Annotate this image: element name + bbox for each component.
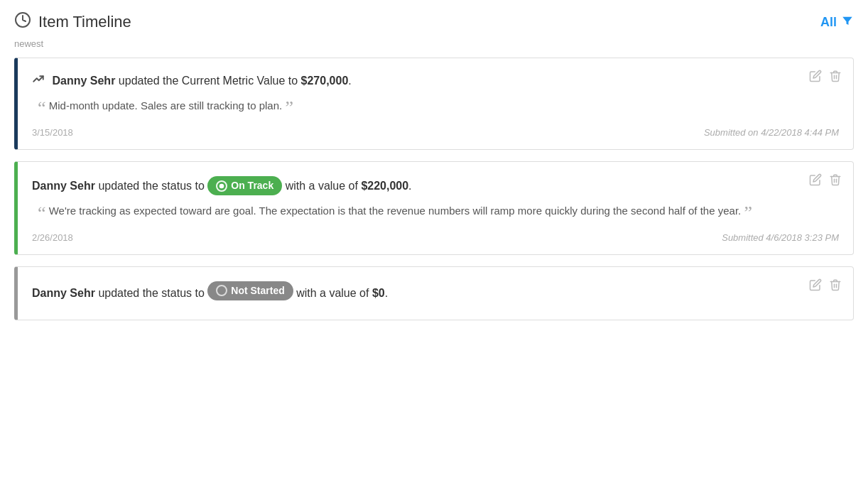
metric-value: $220,000 bbox=[361, 180, 408, 192]
card-submitted: Submitted on 4/22/2018 4:44 PM bbox=[704, 127, 839, 138]
card-main-text: Danny Sehr updated the Current Metric Va… bbox=[32, 72, 839, 90]
card-actions bbox=[809, 278, 842, 295]
action-text: updated the status to bbox=[98, 286, 207, 298]
quote-text: We're tracking as expected toward are go… bbox=[49, 205, 744, 217]
author-name: Danny Sehr bbox=[32, 286, 95, 298]
quote-close: ” bbox=[744, 202, 752, 223]
status-icon bbox=[216, 285, 227, 296]
delete-icon[interactable] bbox=[829, 173, 842, 190]
filter-icon bbox=[841, 14, 854, 31]
card-date: 3/15/2018 bbox=[32, 127, 73, 138]
quote-text: Mid-month update. Sales are still tracki… bbox=[49, 99, 286, 112]
metric-value: $0 bbox=[372, 286, 385, 298]
card-actions bbox=[809, 173, 842, 190]
sort-label: newest bbox=[14, 38, 854, 49]
status-label: On Track bbox=[231, 178, 273, 193]
page-title: Item Timeline bbox=[38, 13, 131, 31]
status-badge-on-track: On Track bbox=[207, 176, 282, 195]
page-header: Item Timeline All bbox=[14, 11, 854, 33]
card-quote: “ We're tracking as expected toward are … bbox=[38, 202, 839, 221]
filter-label: All bbox=[820, 15, 837, 30]
card-footer: 2/26/2018 Submitted 4/6/2018 3:23 PM bbox=[32, 232, 839, 243]
svg-point-1 bbox=[219, 183, 224, 188]
delete-icon[interactable] bbox=[829, 70, 842, 86]
status-label: Not Started bbox=[231, 283, 284, 298]
trend-icon bbox=[32, 72, 45, 90]
card-main-text: Danny Sehr updated the status to Not Sta… bbox=[32, 281, 839, 302]
author-name: Danny Sehr bbox=[52, 75, 115, 87]
card-date: 2/26/2018 bbox=[32, 232, 73, 243]
timeline-list: Danny Sehr updated the Current Metric Va… bbox=[14, 58, 854, 332]
card-footer: 3/15/2018 Submitted on 4/22/2018 4:44 PM bbox=[32, 127, 839, 138]
status-badge-not-started: Not Started bbox=[207, 281, 293, 300]
edit-icon[interactable] bbox=[809, 278, 822, 295]
edit-icon[interactable] bbox=[809, 70, 822, 86]
delete-icon[interactable] bbox=[829, 278, 842, 295]
action-text-2: with a value of bbox=[286, 180, 362, 192]
card-quote: “ Mid-month update. Sales are still trac… bbox=[38, 97, 839, 116]
clock-icon bbox=[14, 11, 31, 33]
edit-icon[interactable] bbox=[809, 173, 822, 190]
action-text-2: with a value of bbox=[296, 286, 372, 298]
action-text: updated the Current Metric Value to bbox=[119, 75, 301, 87]
quote-open: “ bbox=[38, 97, 46, 118]
card-submitted: Submitted 4/6/2018 3:23 PM bbox=[722, 232, 839, 243]
quote-close: ” bbox=[285, 97, 293, 118]
filter-button[interactable]: All bbox=[820, 14, 854, 31]
timeline-card: Danny Sehr updated the status to On Trac… bbox=[14, 161, 854, 255]
card-main-text: Danny Sehr updated the status to On Trac… bbox=[32, 176, 839, 195]
action-text: updated the status to bbox=[98, 180, 207, 192]
author-name: Danny Sehr bbox=[32, 180, 95, 192]
timeline-card: Danny Sehr updated the Current Metric Va… bbox=[14, 58, 854, 150]
header-left: Item Timeline bbox=[14, 11, 131, 33]
timeline-card: Danny Sehr updated the status to Not Sta… bbox=[14, 266, 854, 321]
card-actions bbox=[809, 70, 842, 86]
metric-value: $270,000 bbox=[301, 75, 349, 87]
quote-open: “ bbox=[38, 202, 46, 223]
status-icon bbox=[216, 180, 227, 192]
